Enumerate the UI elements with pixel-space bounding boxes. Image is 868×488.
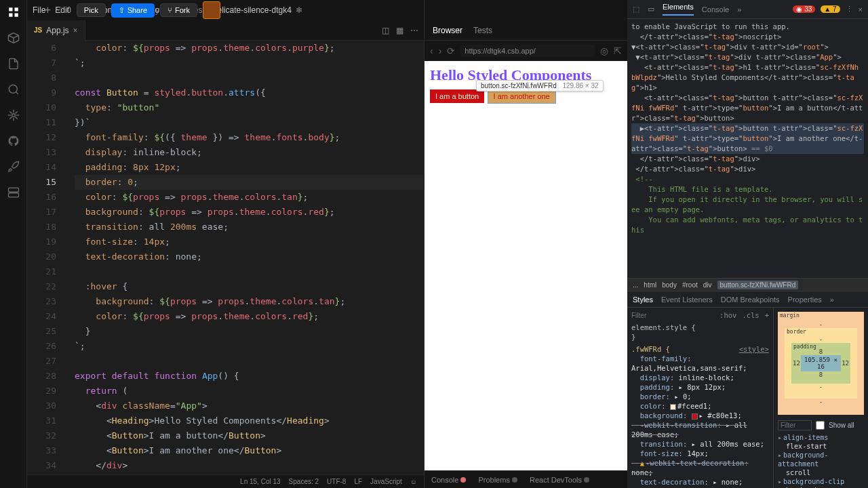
server-icon[interactable] (7, 186, 20, 199)
event-listeners-tab[interactable]: Event Listeners (661, 296, 713, 304)
styles-tab[interactable]: Styles (633, 296, 653, 304)
svg-rect-0 (9, 7, 12, 11)
svg-rect-2 (9, 14, 12, 17)
crumb-more[interactable]: ... (633, 281, 638, 289)
error-badge[interactable]: ◉ 33 (793, 5, 815, 13)
devtools-tabs: ⬚ ▭ Elements Console » ◉ 33 ▲ 7 ⋮ × (627, 0, 868, 19)
indent[interactable]: Spaces: 2 (289, 478, 319, 485)
share-icon: ⇧ (119, 6, 125, 15)
github-icon[interactable] (7, 134, 20, 148)
svg-rect-3 (14, 14, 18, 17)
devtools-menu-icon[interactable]: ⋮ (846, 5, 853, 14)
add-rule-icon[interactable]: + (765, 310, 769, 320)
dom-breadcrumbs: ... html body #root div button.sc-fzXfNi… (627, 278, 868, 291)
topbar: File Edit Selection View Go Help My Sand… (27, 0, 424, 20)
preview-bottom-tabs: Console Problems React DevTools (425, 470, 627, 488)
statusbar: Ln 15, Col 13 Spaces: 2 UTF-8 LF JavaScr… (27, 474, 424, 488)
file-icon[interactable] (7, 57, 20, 70)
eol[interactable]: LF (354, 478, 362, 485)
dom-breakpoints-tab[interactable]: DOM Breakpoints (721, 296, 780, 304)
show-all-checkbox[interactable] (816, 421, 825, 430)
close-icon[interactable]: × (73, 26, 78, 35)
rocket-icon[interactable] (7, 160, 20, 174)
fork-icon: ⑂ (167, 6, 172, 14)
react-devtools-tab[interactable]: React DevTools (530, 476, 589, 484)
devtools-close-icon[interactable]: × (859, 5, 863, 14)
breadcrumb-project[interactable]: delicate-silence-dtgk4 (213, 5, 292, 15)
styles-filter[interactable] (631, 312, 672, 319)
computed-filter[interactable] (778, 420, 812, 430)
properties-tab[interactable]: Properties (788, 296, 822, 304)
console-tab[interactable]: Console (431, 476, 466, 484)
tab-filename: App.js (46, 26, 68, 35)
menu-file[interactable]: File (33, 5, 45, 15)
url-input[interactable] (460, 45, 595, 57)
split-icon[interactable]: ◫ (382, 26, 389, 35)
svg-rect-7 (8, 193, 18, 197)
avatar[interactable] (203, 1, 220, 19)
styles-tabs: Styles Event Listeners DOM Breakpoints P… (627, 291, 868, 308)
search-icon[interactable] (7, 83, 20, 96)
console-tab[interactable]: Console (702, 5, 729, 14)
box-icon[interactable] (7, 31, 20, 45)
tab-tests[interactable]: Tests (473, 26, 492, 35)
hov-toggle[interactable]: :hov (719, 310, 736, 320)
more-tabs-icon[interactable]: » (737, 5, 741, 14)
crumb-body[interactable]: body (662, 281, 677, 289)
preview-button-1[interactable]: I am a button (430, 89, 484, 103)
url-bar: ‹ › ⟳ ◎ ⇱ (425, 41, 627, 61)
reload-icon[interactable]: ⟳ (447, 45, 455, 56)
more-icon[interactable]: ⋯ (410, 26, 418, 35)
activity-bar (0, 0, 27, 488)
lang[interactable]: JavaScript (370, 478, 402, 485)
popout-icon[interactable]: ⇱ (614, 45, 622, 56)
dom-tree[interactable]: to enable JavaScript to run this app. </… (627, 19, 868, 278)
crumb-button[interactable]: button.sc-fzXfNi.fwWFRd (717, 281, 799, 289)
code-editor[interactable]: 6789101112131415161718192021222324252627… (27, 41, 424, 474)
pick-button[interactable]: Pick (77, 3, 106, 17)
add-icon[interactable]: + (45, 4, 51, 16)
preview-tabs: Browser Tests (425, 20, 627, 41)
device-icon[interactable]: ▭ (648, 5, 654, 14)
inspect-tooltip: button.sc-fzXfNi.fwWFRd 129.86 × 32 (476, 80, 604, 92)
target-icon[interactable]: ◎ (600, 45, 608, 56)
feedback-icon[interactable]: ☺ (410, 478, 417, 485)
grid-layout-icon[interactable]: ▦ (396, 26, 403, 35)
svg-point-5 (12, 114, 15, 117)
elements-tab[interactable]: Elements (663, 3, 694, 16)
crumb-html[interactable]: html (644, 281, 656, 289)
fork-button[interactable]: ⑂Fork (160, 3, 197, 17)
tab-browser[interactable]: Browser (433, 26, 462, 35)
cursor-pos[interactable]: Ln 15, Col 13 (240, 478, 281, 485)
cls-toggle[interactable]: .cls (742, 310, 759, 320)
more-styles-icon[interactable]: » (830, 296, 834, 304)
forward-icon[interactable]: › (439, 45, 442, 56)
editor-tabs: JS App.js × ◫ ▦ ⋯ (27, 20, 424, 41)
computed-pane: margin- border- padding8 12 105.859 × 16… (773, 308, 868, 488)
inspect-icon[interactable]: ⬚ (633, 5, 639, 14)
frozen-icon: ❄ (296, 5, 302, 15)
share-button[interactable]: ⇧Share (111, 3, 155, 18)
settings-icon[interactable] (7, 108, 20, 122)
grid-icon[interactable] (7, 5, 20, 19)
warn-badge[interactable]: ▲ 7 (821, 5, 840, 13)
box-model[interactable]: margin- border- padding8 12 105.859 × 16… (778, 312, 864, 415)
preview-frame[interactable]: Hello Styled Components button.sc-fzXfNi… (425, 61, 627, 470)
crumb-root[interactable]: #root (682, 281, 698, 289)
tab-app-js[interactable]: JS App.js × (27, 20, 85, 41)
encoding[interactable]: UTF-8 (327, 478, 346, 485)
crumb-div[interactable]: div (703, 281, 712, 289)
back-icon[interactable]: ‹ (430, 45, 433, 56)
preview-button-2[interactable]: I am another one (488, 89, 555, 103)
styles-pane[interactable]: :hov .cls + element.style { } .fwWFRd {<… (627, 308, 773, 488)
js-icon: JS (34, 26, 42, 34)
like-button[interactable]: ♡ 0 (56, 5, 71, 15)
svg-rect-6 (8, 188, 18, 192)
problems-tab[interactable]: Problems (478, 476, 517, 484)
svg-rect-1 (14, 7, 18, 11)
svg-point-4 (9, 85, 17, 93)
devtools: ⬚ ▭ Elements Console » ◉ 33 ▲ 7 ⋮ × to e… (627, 0, 868, 488)
